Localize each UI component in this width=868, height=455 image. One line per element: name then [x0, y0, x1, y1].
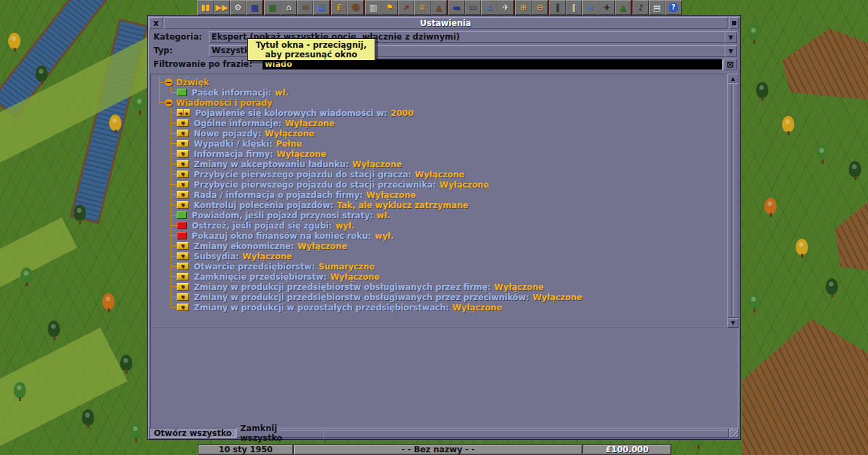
toggle-on-control[interactable] [177, 211, 187, 219]
statusbar-date[interactable]: 10 sty 1950 [198, 444, 293, 455]
setting-row[interactable]: ▼Zamknięcie przedsiębiorstw:Wyłączone [154, 271, 727, 282]
setting-row[interactable]: ▼Rada / informacja o pojazdach firmy:Wył… [154, 190, 727, 200]
setting-row[interactable]: Powiadom, jeśli pojazd przynosi straty:w… [154, 210, 727, 220]
finances-button[interactable]: £ [331, 0, 347, 15]
scroll-up-button[interactable]: ▲ [727, 74, 738, 83]
industries-button[interactable]: ▲ [431, 0, 447, 15]
tree-branch [154, 138, 165, 149]
build-air-button[interactable]: ✈ [598, 0, 615, 15]
setting-row[interactable]: ▼Otwarcie przedsiębiorstw:Sumaryczne [154, 261, 727, 271]
dropdown-control[interactable]: ▼ [177, 283, 189, 291]
pin-button[interactable] [729, 17, 739, 29]
window-title[interactable]: Ustawienia [164, 17, 727, 29]
chevron-down-icon[interactable]: ▼ [725, 31, 737, 43]
build-rail-button[interactable]: ‖ [549, 0, 566, 15]
dropdown-control[interactable]: ▼ [177, 304, 189, 311]
setting-row[interactable]: Pasek informacji:wł. [154, 87, 727, 98]
landscaping-button[interactable]: ▲ [615, 0, 631, 15]
dropdown-control[interactable]: ▼ [177, 252, 189, 260]
dropdown-control[interactable]: ▼ [177, 293, 189, 301]
setting-value: 2000 [391, 108, 414, 118]
setting-row[interactable]: ▼Subsydia:Wyłączone [154, 251, 727, 261]
ships-button[interactable]: ⚓ [481, 0, 497, 15]
settings-section-row[interactable]: Wiadomości i porady [154, 98, 727, 108]
towns-button[interactable]: ⌂ [280, 0, 297, 15]
resize-handle[interactable] [729, 428, 739, 438]
setting-row[interactable]: ▼Przybycie pierwszego pojazdu do stacji … [154, 169, 727, 179]
close-button[interactable]: x [149, 17, 162, 29]
dropdown-control[interactable]: ▼ [177, 140, 189, 147]
dropdown-control[interactable]: ▼ [177, 263, 189, 270]
road-vehicles-button[interactable]: ▭ [465, 0, 481, 15]
goals-button[interactable]: ⚑ [381, 0, 398, 15]
build-water-button[interactable]: ≈ [582, 0, 598, 15]
subsidies-button[interactable]: ✉ [297, 0, 313, 15]
settings-section-row[interactable]: Dźwięk [154, 77, 727, 87]
toggle-off-control[interactable] [177, 222, 187, 229]
scrollbar-thumb[interactable] [727, 83, 738, 318]
setting-row[interactable]: Pokazuj okno finansów na koniec roku:wył… [154, 231, 727, 241]
expand-all-button[interactable]: Otwórz wszystko [149, 428, 236, 438]
collapse-icon[interactable] [165, 99, 173, 106]
dropdown-control[interactable]: ▼ [177, 160, 189, 168]
tree-branch [154, 98, 165, 108]
setting-row[interactable]: ▼Kontroluj polecenia pojazdów:Tak, ale w… [154, 200, 727, 210]
setting-row[interactable]: Ostrzeż, jeśli pojazd się zgubi:wył. [154, 220, 727, 231]
setting-row[interactable]: ▼Zmiany w produkcji przedsiębiorstw obsł… [154, 282, 727, 292]
trains-button[interactable]: ▬ [448, 0, 465, 15]
collapse-all-button[interactable]: Zamknij wszystko [236, 428, 323, 438]
dropdown-control[interactable]: ▼ [177, 130, 189, 137]
setting-row[interactable]: ▼Nowe pojazdy:Wyłączone [154, 128, 727, 138]
toggle-off-control[interactable] [177, 232, 187, 239]
setting-row[interactable]: ▼Zmiany w produkcji w pozostałych przeds… [154, 302, 727, 312]
dropdown-control[interactable]: ▼ [177, 242, 189, 250]
clear-filter-button[interactable]: ⊠ [723, 59, 737, 70]
light-grass-band [0, 218, 77, 295]
setting-row[interactable]: ▼Ogólne informacje:Wyłączone [154, 118, 727, 128]
help-button[interactable]: ? [665, 0, 682, 15]
setting-row[interactable]: ▼Zmiany w akceptowaniu ładunku:Wyłączone [154, 159, 727, 169]
dropdown-control[interactable]: ▼ [177, 191, 189, 199]
company-league-button[interactable]: ♕ [414, 0, 431, 15]
smallmap-button[interactable]: ▦ [264, 0, 280, 15]
build-road-button[interactable]: ∥ [566, 0, 582, 15]
collapse-icon[interactable] [165, 78, 173, 86]
setting-row[interactable]: ▼Przybycie pierwszego pojazdu do stacji … [154, 179, 727, 190]
setting-row[interactable]: ◀▶Pojawienie się kolorowych wiadomości w… [154, 108, 727, 118]
tree-branch [154, 179, 165, 190]
music-button[interactable]: ♪ [633, 0, 649, 15]
increase-arrow-icon[interactable]: ▶ [184, 109, 190, 117]
chevron-down-icon[interactable]: ▼ [725, 45, 737, 57]
dropdown-control[interactable]: ▼ [177, 119, 189, 127]
pause-button[interactable]: ▮▮ [197, 0, 214, 15]
dropdown-control[interactable]: ▼ [177, 150, 189, 158]
setting-row[interactable]: ▼Wypadki / klęski:Pełne [154, 138, 727, 149]
zoom-out-button[interactable]: ⊖ [532, 0, 548, 15]
dropdown-control[interactable]: ▼ [177, 171, 189, 178]
setting-row[interactable]: ▼Informacja firmy:Wyłączone [154, 149, 727, 159]
statusbar-money[interactable]: £100.000 [583, 444, 671, 455]
options-button[interactable]: ⚙ [230, 0, 246, 15]
tree [82, 409, 94, 426]
aircraft-button[interactable]: ✈ [497, 0, 514, 15]
fast-forward-button[interactable]: ▶▶ [214, 0, 230, 15]
statusbar-news[interactable]: - - Bez nazwy - - [293, 444, 583, 455]
decrease-arrow-icon[interactable]: ◀ [177, 109, 184, 117]
setting-row[interactable]: ▼Zmiany w produkcji przedsiębiorstw obsł… [154, 292, 727, 302]
stations-button[interactable]: ▤ [313, 0, 330, 15]
toggle-on-control[interactable] [177, 89, 187, 96]
story-book-button[interactable]: ▥ [365, 0, 381, 15]
scroll-down-button[interactable]: ▼ [727, 318, 738, 327]
graphs-button[interactable]: ↗ [398, 0, 414, 15]
zoom-in-button[interactable]: ⊕ [515, 0, 532, 15]
scrollbar: ▲ ▼ [727, 74, 738, 327]
company-button[interactable]: ☻ [347, 0, 364, 15]
dropdown-control[interactable]: ▼ [177, 201, 189, 209]
gear-icon: ⚙ [235, 3, 242, 12]
dropdown-control[interactable]: ▼ [177, 273, 189, 280]
dropdown-control[interactable]: ▼ [177, 181, 189, 188]
save-button[interactable]: ▦ [246, 0, 263, 15]
numeric-spinner-control[interactable]: ◀▶ [177, 109, 190, 117]
news-button[interactable]: ▤ [649, 0, 665, 15]
setting-row[interactable]: ▼Zmiany ekonomiczne:Wyłączone [154, 241, 727, 251]
